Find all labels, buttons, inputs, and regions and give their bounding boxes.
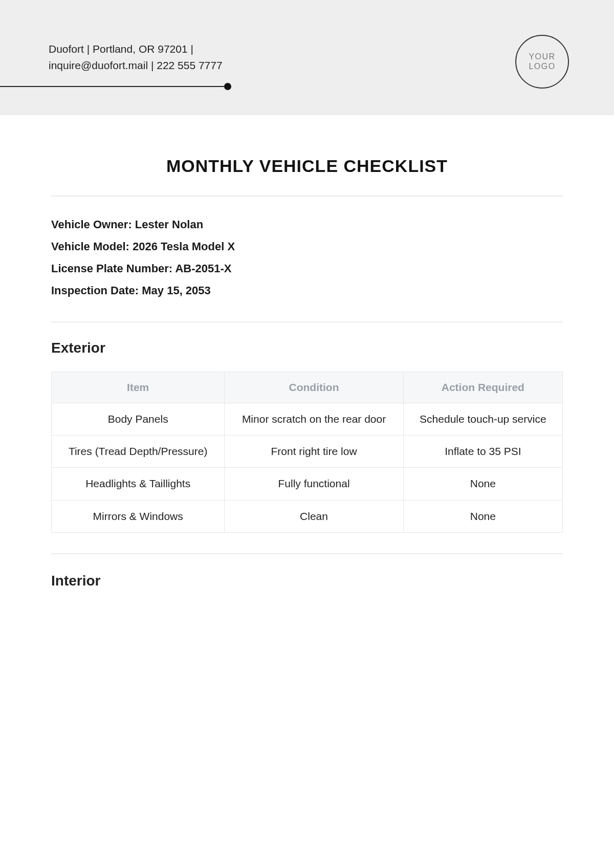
company-line-2: inquire@duofort.mail | 222 555 7777 xyxy=(49,57,223,74)
info-owner-value: Lester Nolan xyxy=(135,218,203,231)
info-plate-label: License Plate Number: xyxy=(51,262,172,275)
info-model-value: 2026 Tesla Model X xyxy=(133,240,235,253)
table-row: Mirrors & Windows Clean None xyxy=(52,500,563,532)
cell-item: Body Panels xyxy=(52,403,225,435)
logo-placeholder: YOUR LOGO xyxy=(515,35,569,89)
cell-action: Schedule touch-up service xyxy=(403,403,562,435)
cell-item: Tires (Tread Depth/Pressure) xyxy=(52,436,225,468)
info-date-label: Inspection Date: xyxy=(51,284,139,297)
logo-text-1: YOUR xyxy=(529,52,555,61)
company-contact: Duofort | Portland, OR 97201 | inquire@d… xyxy=(49,41,223,73)
table-row: Headlights & Taillights Fully functional… xyxy=(52,468,563,500)
info-model-label: Vehicle Model: xyxy=(51,240,129,253)
company-line-1: Duofort | Portland, OR 97201 | xyxy=(49,41,223,57)
table-row: Body Panels Minor scratch on the rear do… xyxy=(52,403,563,435)
info-divider xyxy=(51,321,563,322)
info-plate-value: AB-2051-X xyxy=(175,262,231,275)
logo-text-2: LOGO xyxy=(529,62,555,71)
col-header-item: Item xyxy=(52,372,225,403)
table-row: Tires (Tread Depth/Pressure) Front right… xyxy=(52,436,563,468)
info-owner: Vehicle Owner: Lester Nolan xyxy=(51,214,563,236)
header-divider-dot-icon xyxy=(224,83,231,90)
info-model: Vehicle Model: 2026 Tesla Model X xyxy=(51,236,563,258)
title-divider xyxy=(51,196,563,197)
col-header-condition: Condition xyxy=(225,372,403,403)
cell-condition: Minor scratch on the rear door xyxy=(225,403,403,435)
page-title: MONTHLY VEHICLE CHECKLIST xyxy=(51,156,563,176)
document-body: MONTHLY VEHICLE CHECKLIST Vehicle Owner:… xyxy=(0,115,614,625)
info-date-value: May 15, 2053 xyxy=(142,284,211,297)
cell-action: Inflate to 35 PSI xyxy=(403,436,562,468)
vehicle-info-block: Vehicle Owner: Lester Nolan Vehicle Mode… xyxy=(51,214,563,302)
cell-action: None xyxy=(403,468,562,500)
cell-item: Mirrors & Windows xyxy=(52,500,225,532)
info-date: Inspection Date: May 15, 2053 xyxy=(51,280,563,302)
section-heading-interior: Interior xyxy=(51,573,563,589)
cell-condition: Front right tire low xyxy=(225,436,403,468)
exterior-table: Item Condition Action Required Body Pane… xyxy=(51,372,563,533)
section-heading-exterior: Exterior xyxy=(51,340,563,356)
cell-condition: Fully functional xyxy=(225,468,403,500)
document-header: Duofort | Portland, OR 97201 | inquire@d… xyxy=(0,0,614,115)
info-plate: License Plate Number: AB-2051-X xyxy=(51,258,563,280)
cell-action: None xyxy=(403,500,562,532)
info-owner-label: Vehicle Owner: xyxy=(51,218,132,231)
table-header-row: Item Condition Action Required xyxy=(52,372,563,403)
header-divider-line xyxy=(0,86,228,87)
col-header-action: Action Required xyxy=(403,372,562,403)
cell-item: Headlights & Taillights xyxy=(52,468,225,500)
cell-condition: Clean xyxy=(225,500,403,532)
section-divider xyxy=(51,553,563,554)
